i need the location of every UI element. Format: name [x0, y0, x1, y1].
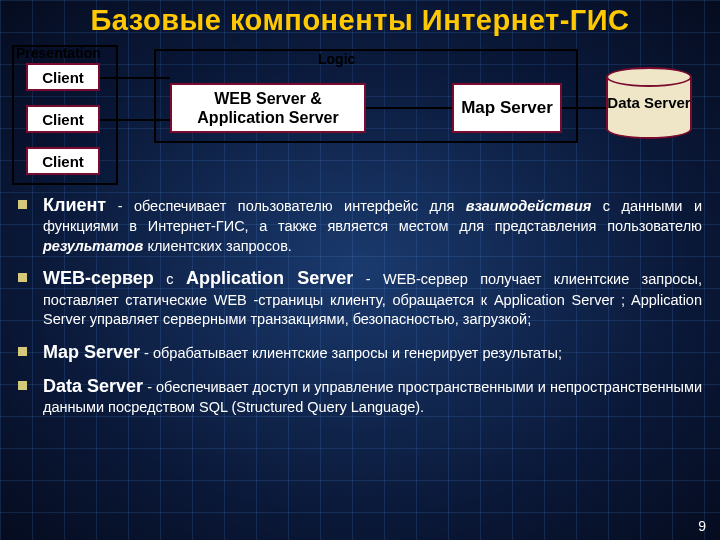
bullet-icon [18, 200, 27, 209]
list-item: Клиент - обеспечивает пользователю интер… [18, 193, 702, 256]
term-mapserver: Map Server [43, 342, 140, 362]
term-web: WEB-сервер [43, 268, 154, 288]
map-server-box: Map Server [452, 83, 562, 133]
architecture-diagram: Presentation Logic Client Client Client … [18, 39, 702, 187]
client-box-2: Client [26, 105, 100, 133]
list-item: Data Server - обеспечивает доступ и упра… [18, 374, 702, 418]
connector [562, 107, 606, 109]
client-box-3: Client [26, 147, 100, 175]
term-appserver: Application Server [186, 268, 353, 288]
term-client: Клиент [43, 195, 106, 215]
client-box-1: Client [26, 63, 100, 91]
data-server-label: Data Server [606, 67, 692, 139]
data-server-cylinder: Data Server [606, 67, 692, 139]
bullet-icon [18, 347, 27, 356]
connector [366, 107, 452, 109]
term-dataserver: Data Server [43, 376, 143, 396]
bullet-icon [18, 381, 27, 390]
logic-label: Logic [318, 51, 355, 67]
connector [100, 77, 170, 79]
connector [100, 119, 170, 121]
bullet-icon [18, 273, 27, 282]
page-title: Базовые компоненты Интернет-ГИС [18, 4, 702, 37]
list-item: WEB-сервер с Application Server - WEB-се… [18, 266, 702, 329]
presentation-label: Presentation [16, 45, 101, 61]
bullet-list: Клиент - обеспечивает пользователю интер… [18, 193, 702, 418]
web-app-server-box: WEB Server & Application Server [170, 83, 366, 133]
page-number: 9 [698, 518, 706, 534]
list-item: Map Server - обрабатывает клиентские зап… [18, 340, 702, 364]
